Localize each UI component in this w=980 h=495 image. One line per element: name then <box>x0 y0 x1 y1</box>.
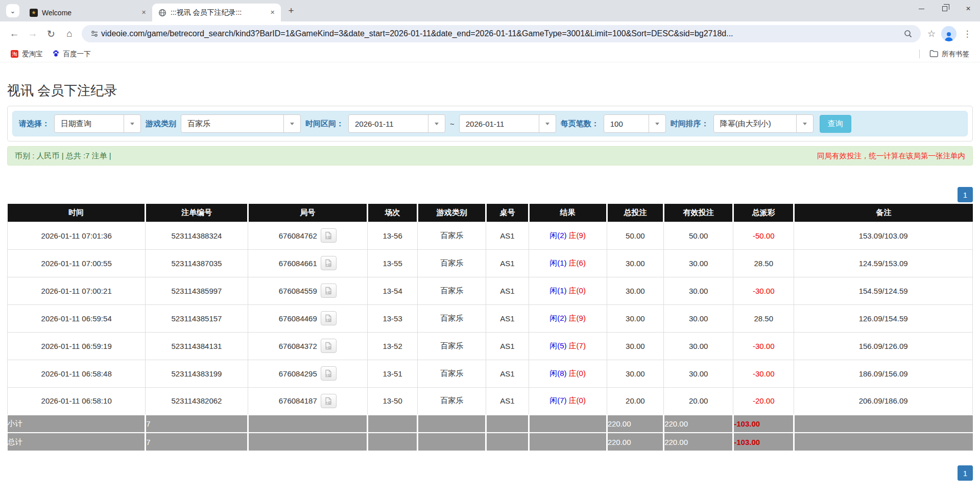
cell-valid-bet: 20.00 <box>664 387 733 415</box>
home-button[interactable]: ⌂ <box>60 25 79 43</box>
url-text: videoie.com/game/betrecord_search/kind3?… <box>101 29 901 38</box>
cell-note: 124.59/153.09 <box>794 249 973 277</box>
restore-button[interactable] <box>933 0 957 17</box>
cell-payout: -30.00 <box>733 277 794 304</box>
result-banker: 庄(9) <box>569 231 586 240</box>
result-banker: 庄(9) <box>569 314 586 322</box>
forward-button[interactable]: → <box>23 25 42 43</box>
query-type-select[interactable]: 日期查询 <box>54 114 141 133</box>
browser-tab-strip: ⌄ ★ Welcome ✕ :::视讯 会员下注纪录::: ✕ + ✕ <box>0 0 980 21</box>
cell-total-bet-link[interactable]: 50.00 <box>607 222 664 249</box>
game-kind-select[interactable]: 百家乐 <box>181 114 301 133</box>
select-type-label: 请选择： <box>19 119 50 129</box>
cell-round: 676084559 <box>248 277 367 304</box>
bookmark-baidu[interactable]: 百度一下 <box>47 48 95 60</box>
all-bookmarks-button[interactable]: 所有书签 <box>925 48 974 60</box>
dropdown-caret-icon <box>803 123 807 125</box>
tab-close-button[interactable]: ✕ <box>139 8 148 17</box>
search-button[interactable]: 查询 <box>820 115 851 133</box>
page-1-button[interactable]: 1 <box>958 187 973 202</box>
result-player: 闲(1) <box>549 286 566 295</box>
tab-betrecord[interactable]: :::视讯 会员下注纪录::: ✕ <box>152 4 281 21</box>
cell-note: 156.09/126.09 <box>794 332 973 360</box>
window-controls: ✕ <box>910 0 980 17</box>
video-replay-button[interactable] <box>321 228 337 243</box>
baidu-paw-icon <box>52 50 60 59</box>
bookmark-star-button[interactable]: ☆ <box>925 27 938 40</box>
video-replay-button[interactable] <box>321 339 337 353</box>
site-settings-icon[interactable] <box>88 27 101 40</box>
round-number: 676084372 <box>279 342 317 350</box>
cell-payout: -20.00 <box>733 387 794 415</box>
tab-search-button[interactable]: ⌄ <box>6 4 19 17</box>
cell-note: 153.09/103.09 <box>794 222 973 249</box>
tab-close-button[interactable]: ✕ <box>268 8 277 17</box>
date-end-input[interactable]: 2026-01-11 <box>459 114 556 133</box>
back-button[interactable]: ← <box>5 25 23 43</box>
warning-text: 同局有效投注，统一计算在该局第一张注单内 <box>817 151 965 161</box>
per-page-label: 每页笔数： <box>561 119 599 129</box>
cell-bet-id: 523114388324 <box>146 222 248 249</box>
bookmark-label: 爱淘宝 <box>22 50 43 59</box>
cell-total-bet-link[interactable]: 30.00 <box>607 249 664 277</box>
video-replay-button[interactable] <box>321 284 337 298</box>
tab-title: Welcome <box>42 9 135 17</box>
round-number: 676084559 <box>279 287 317 295</box>
cell-table: AS1 <box>486 332 529 360</box>
address-bar[interactable]: videoie.com/game/betrecord_search/kind3?… <box>82 25 921 42</box>
browser-menu-button[interactable]: ⋮ <box>960 26 975 41</box>
table-row: 2026-01-11 06:58:48 523114383199 6760842… <box>8 360 973 387</box>
cell-game-kind: 百家乐 <box>418 249 486 277</box>
cell-total-bet-link[interactable]: 30.00 <box>607 332 664 360</box>
tab-welcome[interactable]: ★ Welcome ✕ <box>23 4 152 21</box>
caret-box <box>283 115 300 132</box>
forward-icon: → <box>28 28 38 39</box>
cell-payout: -30.00 <box>733 332 794 360</box>
pagination-bottom: 1 <box>7 465 973 488</box>
home-icon: ⌂ <box>66 28 72 39</box>
cell-total-bet-link[interactable]: 30.00 <box>607 304 664 332</box>
sort-select[interactable]: 降幂(由大到小) <box>713 114 814 133</box>
table-row: 2026-01-11 07:00:21 523114385997 6760845… <box>8 277 973 304</box>
subtotal-valid-bet: 220.00 <box>664 415 733 433</box>
date-start-input[interactable]: 2026-01-11 <box>348 114 445 133</box>
per-page-select[interactable]: 100 <box>604 114 666 133</box>
page-1-button[interactable]: 1 <box>958 465 973 481</box>
profile-avatar[interactable] <box>941 26 957 41</box>
header-result: 结果 <box>529 204 607 222</box>
cell-game-kind: 百家乐 <box>418 360 486 387</box>
video-replay-button[interactable] <box>321 394 337 408</box>
cell-session: 13-51 <box>367 360 417 387</box>
table-row: 2026-01-11 07:00:55 523114387035 6760846… <box>8 249 973 277</box>
reload-button[interactable]: ↻ <box>42 25 60 43</box>
all-bookmarks-label: 所有书签 <box>942 50 969 59</box>
dropdown-caret-icon <box>545 123 549 125</box>
close-icon: ✕ <box>270 9 275 16</box>
video-replay-button[interactable] <box>321 366 337 381</box>
caret-box <box>539 115 556 132</box>
sort-label: 时间排序： <box>671 119 709 129</box>
minimize-button[interactable] <box>910 0 933 17</box>
back-icon: ← <box>10 28 19 39</box>
cell-total-bet-link[interactable]: 30.00 <box>607 360 664 387</box>
bookmark-taobao[interactable]: 淘 爱淘宝 <box>6 48 47 60</box>
cell-result: 闲(2)庄(9) <box>529 304 607 332</box>
cell-game-kind: 百家乐 <box>418 277 486 304</box>
close-window-button[interactable]: ✕ <box>957 0 980 17</box>
result-banker: 庄(7) <box>569 341 586 350</box>
cell-result: 闲(7)庄(0) <box>529 387 607 415</box>
table-row: 2026-01-11 06:59:19 523114384131 6760843… <box>8 332 973 360</box>
header-time: 时间 <box>8 204 146 222</box>
video-replay-button[interactable] <box>321 311 337 325</box>
cell-bet-id: 523114385997 <box>146 277 248 304</box>
cell-note: 126.09/154.59 <box>794 304 973 332</box>
video-replay-button[interactable] <box>321 256 337 270</box>
new-tab-button[interactable]: + <box>284 4 298 18</box>
cell-total-bet-link[interactable]: 20.00 <box>607 387 664 415</box>
cell-total-bet-link[interactable]: 30.00 <box>607 277 664 304</box>
result-player: 闲(5) <box>549 341 566 350</box>
cell-bet-id: 523114385157 <box>146 304 248 332</box>
filter-bar: 请选择： 日期查询 游戏类别 百家乐 时间区间： 2026-01-11 ~ 20… <box>12 111 968 136</box>
zoom-icon[interactable] <box>901 27 915 40</box>
result-banker: 庄(0) <box>569 396 586 405</box>
